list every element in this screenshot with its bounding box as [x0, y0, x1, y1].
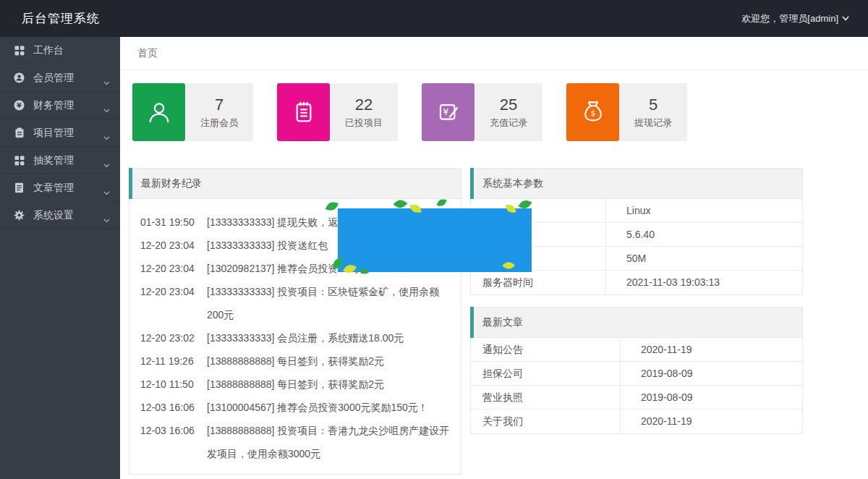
- stat-label: 已投项目: [345, 116, 383, 130]
- sidebar-item-workbench[interactable]: 工作台: [0, 37, 120, 64]
- moneybag-icon: $: [566, 83, 619, 141]
- floating-leaf-banner[interactable]: [338, 208, 532, 272]
- stat-label: 提现记录: [634, 116, 672, 130]
- user-icon: [132, 83, 185, 141]
- finance-record: 12-03 16:06[13888888888] 投资项目：香港九龙尖沙咀房产建…: [140, 419, 450, 465]
- chevron-down-icon: [103, 76, 110, 88]
- sidebar-item-label: 会员管理: [33, 72, 74, 85]
- stat-label: 注册会员: [200, 116, 238, 130]
- latest-articles-panel: 最新文章 通知公告2020-11-19 担保公司2019-08-09 营业执照2…: [470, 307, 803, 434]
- leaves-decoration-icon: [323, 194, 546, 287]
- project-icon: [14, 127, 25, 138]
- svg-text:$: $: [590, 109, 595, 118]
- breadcrumb-home-link[interactable]: 首页: [137, 47, 158, 60]
- chevron-down-icon: [103, 103, 110, 115]
- sidebar-nav: 工作台 会员管理 ¥ 财务管理 项目管理: [0, 37, 120, 479]
- stat-value: 5: [649, 96, 658, 114]
- system-panel-title: 系统基本参数: [482, 177, 543, 189]
- stat-value: 22: [355, 96, 373, 114]
- finance-record: 12-03 16:06[13100004567] 推荐会员投资3000元奖励15…: [140, 396, 450, 419]
- sidebar-item-label: 工作台: [33, 44, 64, 57]
- sidebar-item-finance[interactable]: ¥ 财务管理: [0, 92, 120, 119]
- sidebar-item-label: 文章管理: [33, 182, 74, 195]
- articles-panel-title: 最新文章: [482, 316, 523, 328]
- panel-accent-bar: [129, 168, 132, 199]
- article-icon: [14, 182, 25, 193]
- sidebar-item-lottery[interactable]: 抽奖管理: [0, 147, 120, 174]
- finance-record: 12-11 19:26[13888888888] 每日签到，获得奖励2元: [140, 349, 450, 373]
- panel-accent-bar: [470, 307, 474, 338]
- recharge-icon: ¥: [422, 83, 475, 141]
- top-bar: 后台管理系统 欢迎您，管理员[admin]: [0, 0, 868, 37]
- chevron-down-icon: [842, 16, 849, 21]
- articles-table: 通知公告2020-11-19 担保公司2019-08-09 营业执照2019-0…: [471, 338, 802, 433]
- table-row: 营业执照2019-08-09: [471, 386, 802, 410]
- table-row: 担保公司2019-08-09: [471, 362, 802, 386]
- svg-text:¥: ¥: [443, 106, 448, 117]
- app-title: 后台管理系统: [0, 10, 100, 27]
- stat-value: 7: [215, 96, 224, 114]
- articles-panel-header: 最新文章: [471, 308, 802, 338]
- table-row: 关于我们2020-11-19: [471, 410, 802, 433]
- stat-card-recharge-records: ¥ 25 充值记录: [422, 83, 542, 141]
- lottery-grid-icon: [14, 155, 25, 166]
- sidebar-item-label: 抽奖管理: [33, 154, 74, 167]
- sidebar-item-settings[interactable]: 系统设置: [0, 202, 120, 229]
- chevron-down-icon: [103, 186, 110, 198]
- sidebar-item-label: 财务管理: [33, 99, 74, 112]
- admin-dashboard: 后台管理系统 欢迎您，管理员[admin] 工作台 会员管理 ¥ 财务管理: [0, 0, 868, 479]
- console-grid-icon: [14, 45, 25, 56]
- finance-record: 12-10 11:50[13888888888] 每日签到，获得奖励2元: [140, 373, 450, 396]
- sidebar-item-projects[interactable]: 项目管理: [0, 119, 120, 147]
- stat-card-registered-members: 7 注册会员: [132, 83, 253, 141]
- chevron-down-icon: [103, 158, 110, 170]
- finance-icon: ¥: [14, 100, 25, 111]
- sidebar-item-label: 系统设置: [33, 209, 74, 222]
- stat-card-invested-projects: 22 已投项目: [277, 83, 398, 141]
- breadcrumb: 首页: [120, 37, 868, 70]
- table-row: 通知公告2020-11-19: [471, 338, 802, 362]
- user-menu[interactable]: 欢迎您，管理员[admin]: [741, 12, 868, 25]
- settings-gear-icon: [14, 210, 25, 221]
- finance-panel-title: 最新财务纪录: [141, 177, 202, 189]
- finance-record: 12-20 23:02[13333333333] 会员注册，系统赠送18.00元: [140, 326, 450, 349]
- sidebar-item-label: 项目管理: [33, 127, 74, 140]
- stat-label: 充值记录: [490, 116, 527, 130]
- sidebar-item-members[interactable]: 会员管理: [0, 64, 120, 92]
- finance-record: 12-20 23:04[13333333333] 投资项目：区块链紫金矿，使用余…: [140, 280, 450, 326]
- stat-cards-row: 7 注册会员 22 已投项目 ¥ 25 充值记录: [132, 83, 868, 141]
- stat-card-withdraw-records: $ 5 提现记录: [566, 83, 687, 141]
- stat-value: 25: [500, 96, 517, 114]
- sidebar-item-articles[interactable]: 文章管理: [0, 174, 120, 202]
- chevron-down-icon: [103, 213, 110, 225]
- welcome-text: 欢迎您，管理员[admin]: [741, 12, 838, 25]
- svg-text:¥: ¥: [17, 102, 22, 109]
- notepad-icon: [277, 83, 330, 141]
- chevron-down-icon: [103, 131, 110, 143]
- member-icon: [14, 72, 25, 83]
